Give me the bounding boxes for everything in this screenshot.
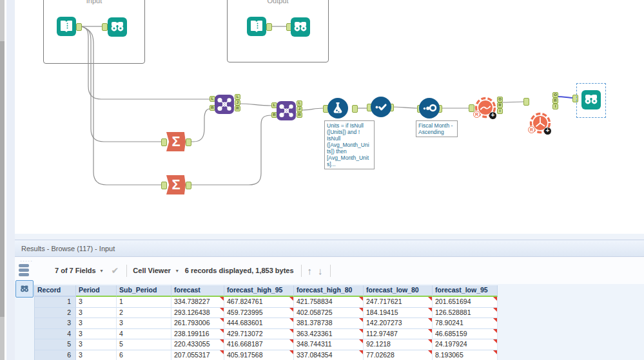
output-anchor [186, 138, 191, 146]
table-cell: 238.199116 [171, 329, 224, 340]
ts2-output-i-anchor: I [552, 104, 558, 109]
table-cell: 92.1218 [364, 339, 433, 350]
binoculars-icon [18, 283, 31, 295]
table-view-icon[interactable] [19, 264, 32, 279]
formula-annotation[interactable]: Units = if IsNull ([Units]) and ! IsNull… [324, 120, 375, 169]
table-cell: 416.668187 [224, 339, 294, 350]
summarize-sigma-icon: Σ [166, 132, 186, 151]
table-cell: 402.058725 [294, 308, 364, 319]
table-cell: 3 [76, 297, 117, 308]
ts1-output-o-anchor: O [497, 97, 503, 102]
results-title-bar[interactable]: Results - Browse (117) - Input [15, 240, 644, 257]
join-tool-2[interactable] [277, 101, 296, 120]
column-header: forecast_high_95 [224, 285, 294, 297]
results-table: Record Period Sub_Period forecast foreca… [34, 285, 498, 360]
formula-tool[interactable] [327, 98, 348, 118]
browse-icon [291, 17, 310, 37]
table-cell: 126.528881 [433, 308, 498, 319]
table-cell: 24.197924 [433, 339, 498, 350]
results-panel: Results - Browse (117) - Input ····· 7 o… [15, 240, 644, 360]
table-cell: 467.824761 [224, 297, 294, 308]
output-anchor [186, 182, 191, 189]
ts-forecast-tool-1[interactable]: R + [474, 97, 496, 118]
select-check-icon [371, 97, 391, 117]
output-anchor [76, 23, 82, 31]
input-anchor [102, 23, 108, 31]
summarize-tool-1[interactable]: Σ [166, 132, 186, 151]
left-scrollbar-top [0, 0, 5, 41]
cell-viewer-caret-icon[interactable]: ▾ [176, 268, 179, 274]
table-cell: 2 [117, 308, 171, 319]
table-cell: 184.19415 [364, 308, 433, 319]
summarize-sigma-icon: Σ [166, 175, 186, 194]
fields-caret-icon[interactable]: ▾ [101, 268, 103, 274]
table-cell: 46.685159 [433, 329, 498, 340]
toolbar-separator [330, 265, 331, 277]
browse-view-toggle[interactable] [15, 280, 34, 298]
sort-tool[interactable] [419, 98, 440, 118]
table-cell: 5 [117, 339, 171, 350]
join-icon [215, 95, 234, 114]
records-displayed-text: 6 records displayed, 1,853 bytes [185, 267, 294, 274]
browse-tool-2[interactable] [291, 17, 310, 37]
table-cell: 3 [35, 318, 76, 329]
table-cell: 381.378738 [294, 318, 364, 329]
canvas-scroll-gap [15, 234, 644, 240]
ts2-output-o-anchor: O [552, 92, 558, 98]
table-cell: 5 [35, 339, 76, 350]
left-panel-band [6, 0, 15, 360]
r-macro-badge: R [473, 111, 480, 118]
r-macro-badge: R [528, 126, 535, 133]
input-data-tool-1[interactable] [57, 17, 76, 36]
wire-input-summarize2 [81, 26, 161, 185]
join2-output-r-anchor: R [297, 112, 302, 118]
ts2-output-r-anchor: R [552, 98, 558, 104]
table-cell: 363.423361 [294, 329, 364, 340]
results-content: Record Period Sub_Period forecast foreca… [15, 284, 644, 360]
table-cell: 4 [35, 329, 76, 340]
left-scrollbar-strip[interactable] [0, 0, 5, 360]
input-data-icon [57, 17, 76, 36]
scroll-down-icon[interactable]: ↓ [318, 265, 323, 276]
sort-dots-icon [419, 98, 440, 118]
column-header: forecast [171, 285, 224, 297]
toolbar-separator [126, 265, 127, 277]
toolbar-grip-dots[interactable]: ····· [20, 258, 33, 264]
table-cell: 348.744311 [294, 339, 364, 350]
input-data-icon [247, 17, 266, 36]
ts-forecast-tool-2[interactable]: R + [529, 112, 551, 134]
select-tool[interactable] [371, 97, 391, 117]
output-anchor [352, 105, 358, 113]
selected-browse-tool[interactable] [576, 83, 606, 118]
table-cell: 459.723995 [224, 308, 294, 319]
wire-summarize2-join2 [190, 115, 271, 185]
table-cell: 220.433055 [171, 339, 224, 350]
browse-icon [108, 17, 127, 37]
apply-check-icon[interactable]: ✔ [112, 265, 119, 276]
table-cell: 142.207273 [364, 318, 433, 329]
join-tool-1[interactable] [215, 95, 234, 114]
table-cell: 201.651694 [433, 297, 498, 308]
toolbar-separator [301, 265, 302, 277]
fields-dropdown-label[interactable]: 7 of 7 Fields [55, 267, 96, 274]
formula-flask-icon [327, 98, 348, 118]
sort-annotation[interactable]: Fiscal Month - Ascending [416, 120, 458, 137]
table-cell: 1 [35, 297, 76, 308]
table-cell: 3 [76, 308, 117, 319]
input-data-tool-2[interactable] [247, 17, 266, 36]
scroll-up-icon[interactable]: ↑ [307, 265, 313, 276]
cell-viewer-dropdown-label[interactable]: Cell Viewer [133, 267, 171, 274]
column-header: forecast_high_80 [294, 285, 364, 297]
table-cell: 3 [117, 318, 171, 329]
workflow-canvas[interactable]: Input Output [15, 0, 644, 234]
table-cell: 8.193065 [433, 350, 498, 360]
results-toolbar: ····· 7 of 7 Fields ▾ ✔ Cell Viewer ▾ 6 … [15, 257, 644, 284]
table-cell: 293.126438 [171, 308, 224, 319]
browse-tool-1[interactable] [108, 17, 127, 37]
ts1-output-i-anchor: I [497, 108, 503, 114]
output-anchor [266, 23, 272, 31]
summarize-tool-2[interactable]: Σ [166, 175, 186, 194]
join1-output-r-anchor: R [235, 106, 240, 111]
wire-ts1-ts2 [502, 102, 523, 102]
table-cell: 3 [76, 350, 117, 360]
